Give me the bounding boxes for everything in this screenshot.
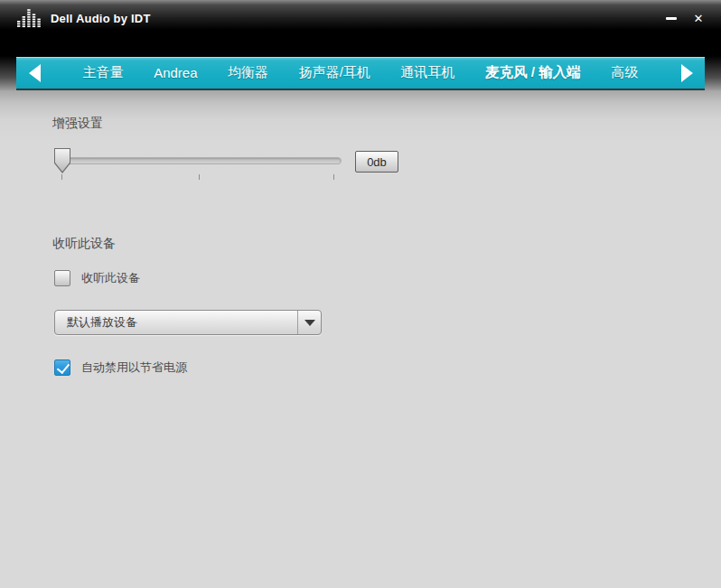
window-controls: ✕ xyxy=(658,0,712,36)
tab-andrea[interactable]: Andrea xyxy=(154,65,197,80)
minimize-icon xyxy=(666,17,677,20)
playback-device-dropdown[interactable]: 默认播放设备 xyxy=(54,310,322,335)
tab-equalizer[interactable]: 均衡器 xyxy=(228,64,268,81)
tab-list: 主音量 Andrea 均衡器 扬声器/耳机 通讯耳机 麦克风 / 输入端 高级 xyxy=(52,57,669,89)
title-bar: Dell Audio by IDT ✕ xyxy=(0,0,721,36)
gain-slider-track[interactable] xyxy=(56,157,342,164)
tab-advanced[interactable]: 高级 xyxy=(611,64,638,81)
power-save-checkbox[interactable] xyxy=(54,359,70,376)
gain-value-readout: 0db xyxy=(355,151,398,173)
listen-device-row: 收听此设备 xyxy=(54,270,140,286)
right-triangle-icon xyxy=(681,64,693,82)
gain-slider xyxy=(56,157,342,164)
next-tabs-button[interactable] xyxy=(669,57,705,89)
tab-main-volume[interactable]: 主音量 xyxy=(83,64,124,81)
playback-device-selected-value: 默认播放设备 xyxy=(55,311,297,334)
down-triangle-icon xyxy=(304,320,315,326)
window-title: Dell Audio by IDT xyxy=(51,12,151,25)
close-button[interactable]: ✕ xyxy=(685,5,712,31)
slider-tick-max xyxy=(333,174,334,180)
app-window: Dell Audio by IDT ✕ 主音量 Andrea 均衡器 扬声器/耳… xyxy=(0,0,721,588)
tab-comm-headset[interactable]: 通讯耳机 xyxy=(400,64,454,81)
slider-tick-mid xyxy=(199,174,200,180)
microphone-input-panel: 增强设置 0db 收听此设备 收听此设备 默认播放设备 自动禁用以节省电源 xyxy=(0,90,721,588)
listen-device-checkbox-label: 收听此设备 xyxy=(81,270,140,286)
header-band: 主音量 Andrea 均衡器 扬声器/耳机 通讯耳机 麦克风 / 输入端 高级 xyxy=(0,36,721,90)
slider-tick-min xyxy=(61,174,62,180)
power-save-row: 自动禁用以节省电源 xyxy=(54,359,187,376)
power-save-checkbox-label: 自动禁用以节省电源 xyxy=(81,359,187,376)
gain-slider-thumb-face xyxy=(55,149,70,172)
tab-bar: 主音量 Andrea 均衡器 扬声器/耳机 通讯耳机 麦克风 / 输入端 高级 xyxy=(16,57,705,90)
tab-speakers-headphones[interactable]: 扬声器/耳机 xyxy=(299,64,370,81)
left-triangle-icon xyxy=(29,64,41,82)
listen-device-checkbox[interactable] xyxy=(54,270,70,286)
equalizer-bars-icon xyxy=(17,8,41,28)
minimize-button[interactable] xyxy=(658,5,685,31)
listen-section-label: 收听此设备 xyxy=(52,236,116,252)
gain-slider-thumb[interactable] xyxy=(54,148,70,173)
boost-section-label: 增强设置 xyxy=(52,116,103,132)
close-icon: ✕ xyxy=(694,12,704,25)
dropdown-arrow-button[interactable] xyxy=(297,311,321,334)
tab-microphone-input[interactable]: 麦克风 / 输入端 xyxy=(485,63,581,82)
prev-tabs-button[interactable] xyxy=(16,57,52,89)
